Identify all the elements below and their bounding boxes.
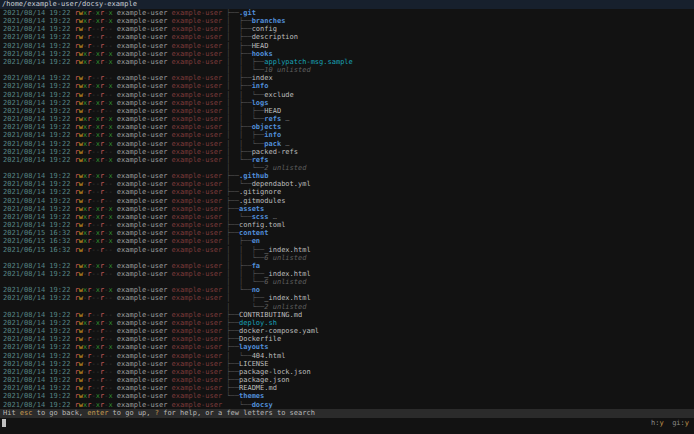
tree-row[interactable]: │ │ └──6 unlisted bbox=[0, 254, 694, 262]
entry-name: HEAD bbox=[252, 42, 269, 50]
entry-group: example-user bbox=[172, 401, 227, 409]
entry-name: README.md bbox=[239, 384, 277, 392]
entry-owner: example-user bbox=[117, 148, 172, 156]
entry-group: example-user bbox=[172, 286, 227, 294]
entry-owner: example-user bbox=[117, 286, 172, 294]
tree-row[interactable]: 2021/08/14 19:22rwxr-xr-xexample-userexa… bbox=[0, 50, 694, 58]
tree-row[interactable]: 2021/08/14 19:22rw-r--r--example-userexa… bbox=[0, 25, 694, 33]
entry-owner: example-user bbox=[117, 188, 172, 196]
status-text: Hit bbox=[3, 409, 20, 417]
tree-row[interactable]: 2021/08/14 19:22rw-r--r--example-userexa… bbox=[0, 376, 694, 384]
entry-date: 2021/08/14 19:22 bbox=[3, 376, 75, 384]
tree-row[interactable]: 2021/08/14 19:22rwxr-xr-xexample-userexa… bbox=[0, 9, 694, 17]
tree-branch: ├── bbox=[226, 229, 239, 237]
tree-branch: │ │ ├── bbox=[226, 246, 264, 254]
status-text: to go up, bbox=[108, 409, 154, 417]
entry-owner: example-user bbox=[117, 33, 172, 41]
entry-date: 2021/08/14 19:22 bbox=[3, 115, 75, 123]
tree-row[interactable]: 2021/06/15 16:32rw-r--r--example-userexa… bbox=[0, 246, 694, 254]
tree-row[interactable]: 2021/08/14 19:22rw-r--r--example-userexa… bbox=[0, 368, 694, 376]
tree-row[interactable]: │ │ └──6 unlisted bbox=[0, 278, 694, 286]
unlisted-ellipsis: … bbox=[281, 140, 289, 148]
entry-name: hooks bbox=[252, 50, 273, 58]
tree-row[interactable]: 2021/08/14 19:22rwxr-xr-xexample-userexa… bbox=[0, 156, 694, 164]
entry-name: CONTRIBUTING.md bbox=[239, 311, 302, 319]
entry-permissions: rwxr-xr-x bbox=[75, 17, 117, 25]
tree-branch: ├── bbox=[226, 360, 239, 368]
tree-row[interactable]: 2021/08/14 19:22rwxr-xr-xexample-userexa… bbox=[0, 82, 694, 90]
entry-permissions: rw-r--r-- bbox=[75, 148, 117, 156]
tree-row[interactable]: 2021/08/14 19:22rw-r--r--example-userexa… bbox=[0, 360, 694, 368]
tree-row[interactable]: 2021/08/14 19:22rw-r--r--example-userexa… bbox=[0, 221, 694, 229]
tree-row[interactable]: 2021/08/14 19:22rw-r--r--example-userexa… bbox=[0, 33, 694, 41]
entry-permissions: rw-r--r-- bbox=[75, 33, 117, 41]
entry-name: 2 unlisted bbox=[264, 303, 306, 311]
entry-permissions: rwxr-xr-x bbox=[75, 58, 117, 66]
entry-name: .gitmodules bbox=[239, 197, 285, 205]
entry-date: 2021/08/14 19:22 bbox=[3, 335, 75, 343]
tree-row[interactable]: 2021/08/14 19:22rw-r--r--example-userexa… bbox=[0, 352, 694, 360]
tree-row[interactable]: 2021/08/14 19:22rw-r--r--example-userexa… bbox=[0, 311, 694, 319]
tree-row[interactable]: │ │ └──10 unlisted bbox=[0, 66, 694, 74]
tree-row[interactable]: 2021/08/14 19:22rw-r--r--example-userexa… bbox=[0, 107, 694, 115]
entry-group: example-user bbox=[172, 123, 227, 131]
entry-group: example-user bbox=[172, 352, 227, 360]
status-key: enter bbox=[87, 409, 108, 417]
tree-row[interactable]: 2021/08/14 19:22rwxr-xr-xexample-userexa… bbox=[0, 343, 694, 351]
tree-row[interactable]: 2021/08/14 19:22rw-r--r--example-userexa… bbox=[0, 294, 694, 302]
entry-owner: example-user bbox=[117, 360, 172, 368]
entry-name: exclude bbox=[264, 91, 294, 99]
tree-row[interactable]: 2021/08/14 19:22rwxr-xr-xexample-userexa… bbox=[0, 123, 694, 131]
tree-row[interactable]: 2021/08/14 19:22rw-r--r--example-userexa… bbox=[0, 91, 694, 99]
tree-branch: │ ├── bbox=[226, 33, 251, 41]
tree-row[interactable]: 2021/08/14 19:22rwxr-xr-xexample-userexa… bbox=[0, 115, 694, 123]
entry-date: 2021/08/14 19:22 bbox=[3, 99, 75, 107]
tree-row[interactable]: 2021/08/14 19:22rwxr-xr-xexample-userexa… bbox=[0, 99, 694, 107]
tree-row[interactable]: │ └──2 unlisted bbox=[0, 303, 694, 311]
tree-row[interactable]: 2021/08/14 19:22rw-r--r--example-userexa… bbox=[0, 74, 694, 82]
status-key: esc bbox=[20, 409, 33, 417]
tree-row[interactable]: 2021/08/14 19:22rwxr-xr-xexample-userexa… bbox=[0, 401, 694, 409]
tree-row[interactable]: 2021/08/14 19:22rw-r--r--example-userexa… bbox=[0, 335, 694, 343]
entry-name: _index.html bbox=[264, 270, 310, 278]
tree-row[interactable]: 2021/08/14 19:22rwxr-xr-xexample-userexa… bbox=[0, 17, 694, 25]
tree-row[interactable]: 2021/08/14 19:22rw-r--r--example-userexa… bbox=[0, 180, 694, 188]
entry-name: package.json bbox=[239, 376, 290, 384]
tree-row[interactable]: 2021/08/14 19:22rw-r--r--example-userexa… bbox=[0, 197, 694, 205]
tree-branch: │ │ └── bbox=[226, 91, 264, 99]
tree-branch: ├── bbox=[226, 368, 239, 376]
tree-row[interactable]: 2021/06/15 16:32rwxr-xr-xexample-userexa… bbox=[0, 229, 694, 237]
entry-owner: example-user bbox=[117, 91, 172, 99]
entry-permissions: rw-r--r-- bbox=[75, 91, 117, 99]
tree-row[interactable]: 2021/08/14 19:22rwxr-xr-xexample-userexa… bbox=[0, 262, 694, 270]
tree-row[interactable]: 2021/08/14 19:22rwxr-xr-xexample-userexa… bbox=[0, 58, 694, 66]
tree-row[interactable]: 2021/08/14 19:22rwxr-xr-xexample-userexa… bbox=[0, 140, 694, 148]
search-input[interactable]: h:y gi:y bbox=[0, 418, 694, 428]
entry-owner: example-user bbox=[117, 50, 172, 58]
tree-row[interactable]: 2021/06/15 16:32rwxr-xr-xexample-userexa… bbox=[0, 237, 694, 245]
tree-row[interactable]: 2021/08/14 19:22rwxr-xr-xexample-userexa… bbox=[0, 392, 694, 400]
tree-branch: ├── bbox=[226, 205, 239, 213]
entry-date: 2021/08/14 19:22 bbox=[3, 131, 75, 139]
entry-owner: example-user bbox=[117, 229, 172, 237]
tree-row[interactable]: 2021/08/14 19:22rw-r--r--example-userexa… bbox=[0, 270, 694, 278]
tree-branch: │ │ └── bbox=[226, 254, 264, 262]
entry-date: 2021/08/14 19:22 bbox=[3, 91, 75, 99]
tree-row[interactable]: 2021/08/14 19:22rwxr-xr-xexample-userexa… bbox=[0, 205, 694, 213]
tree-row[interactable]: 2021/08/14 19:22rw-r--r--example-userexa… bbox=[0, 188, 694, 196]
entry-owner: example-user bbox=[117, 9, 172, 17]
tree-branch: │ └── bbox=[226, 180, 251, 188]
tree-row[interactable]: 2021/08/14 19:22rw-r--r--example-userexa… bbox=[0, 148, 694, 156]
tree-row[interactable]: 2021/08/14 19:22rw-r--r--example-userexa… bbox=[0, 42, 694, 50]
tree-row[interactable]: 2021/08/14 19:22rwxr-xr-xexample-userexa… bbox=[0, 213, 694, 221]
tree-row[interactable]: 2021/08/14 19:22rwxr-xr-xexample-userexa… bbox=[0, 319, 694, 327]
tree-row[interactable]: 2021/08/14 19:22rw-r--r--example-userexa… bbox=[0, 327, 694, 335]
tree-row[interactable]: 2021/08/14 19:22rwxr-xr-xexample-userexa… bbox=[0, 172, 694, 180]
entry-group: example-user bbox=[172, 148, 227, 156]
tree-row[interactable]: 2021/08/14 19:22rw-r--r--example-userexa… bbox=[0, 384, 694, 392]
tree-row[interactable]: 2021/08/14 19:22rwxr-xr-xexample-userexa… bbox=[0, 131, 694, 139]
tree-row[interactable]: │ └──2 unlisted bbox=[0, 164, 694, 172]
tree-row[interactable]: 2021/08/14 19:22rwxr-xr-xexample-userexa… bbox=[0, 286, 694, 294]
entry-permissions: rw-r--r-- bbox=[75, 376, 117, 384]
entry-date: 2021/08/14 19:22 bbox=[3, 172, 75, 180]
